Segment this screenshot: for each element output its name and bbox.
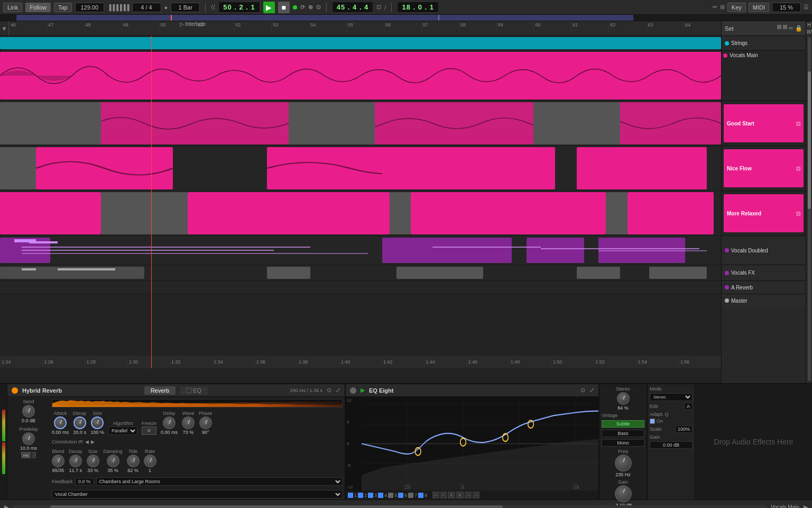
band-3-btn[interactable]: 3	[368, 493, 377, 498]
scale-value[interactable]: 100%	[675, 425, 693, 433]
sync-button[interactable]: 𝅘𝅥	[32, 452, 36, 458]
decay-knob[interactable]	[73, 416, 86, 429]
position3-display[interactable]: 18 . 0 . 1	[397, 2, 439, 13]
filter-peak[interactable]: ∧	[448, 492, 455, 498]
filter-lo-shelf[interactable]: ¬	[465, 492, 472, 498]
key-button[interactable]: Key	[727, 3, 746, 12]
vocals4-block1[interactable]	[0, 192, 101, 234]
vocals3-block1[interactable]	[36, 147, 173, 189]
vocals2-gray1[interactable]	[0, 102, 101, 144]
vocals3-block4[interactable]	[426, 147, 556, 189]
filter-lo-cut[interactable]: ⌐	[432, 492, 439, 498]
attack-knob[interactable]	[54, 416, 67, 429]
strings-clip[interactable]	[0, 37, 721, 49]
eq-power-btn[interactable]	[350, 387, 356, 394]
feedback-value[interactable]: 0.0 %	[75, 478, 94, 485]
gain-knob[interactable]	[615, 485, 632, 502]
vintage-value[interactable]: Subtle	[602, 420, 644, 428]
vocals2-gray2[interactable]	[289, 102, 375, 144]
click-icon[interactable]: ⊙	[316, 4, 321, 11]
bottom-scroll[interactable]	[13, 505, 767, 509]
band-1-btn[interactable]: 1	[348, 493, 357, 498]
eq-check[interactable]	[186, 388, 191, 393]
vfx-clip5[interactable]	[649, 267, 707, 279]
vocals4-gray3[interactable]	[606, 192, 628, 234]
filter-hi-cut[interactable]: ¬	[473, 492, 479, 498]
phase-knob[interactable]	[199, 416, 212, 429]
zoom-display[interactable]: 15 %	[772, 3, 801, 12]
freq-knob[interactable]	[615, 455, 632, 471]
prev-icon[interactable]: ⟨⟨	[211, 4, 215, 11]
menu-icon[interactable]: ☰	[804, 4, 809, 11]
vocals4-block4[interactable]	[411, 192, 605, 234]
scene-good-start[interactable]: Good Start ⊡	[722, 101, 806, 146]
decay2-knob[interactable]	[69, 455, 82, 467]
vocals-main-clip-full[interactable]	[0, 52, 721, 99]
vocals4-gray2[interactable]	[390, 192, 411, 234]
timeline-ruler[interactable]: ▼ ▷ Interlude 46 47 48 49 50 51	[0, 21, 721, 36]
ir-rooms-select[interactable]: Chambers and Large Rooms	[96, 477, 343, 486]
play-button[interactable]: ▶	[263, 2, 275, 13]
scroll-w[interactable]: W	[807, 29, 811, 35]
freeze-btn[interactable]: ❄	[142, 427, 156, 435]
mode-select[interactable]: Stereo L/R M/S	[650, 393, 693, 401]
follow-button[interactable]: Follow	[25, 3, 51, 12]
stereo-knob[interactable]	[617, 392, 630, 405]
reverb-power-btn[interactable]	[12, 387, 18, 394]
vocals3-gray[interactable]	[0, 147, 36, 189]
vfx-clip3[interactable]	[396, 267, 483, 279]
scene-lock[interactable]: 🔒	[795, 25, 802, 32]
ms-button[interactable]: ms	[21, 452, 31, 458]
eq-play-icon[interactable]: ▶	[361, 387, 365, 394]
band-7-btn[interactable]: 7	[408, 493, 417, 498]
edit-value[interactable]: A	[684, 403, 693, 410]
position-display[interactable]: 50 . 2 . 1	[218, 2, 260, 13]
vfx-clip4[interactable]	[577, 267, 620, 279]
bpm-display[interactable]: 129.00	[75, 3, 104, 12]
band-8-btn[interactable]: 8	[418, 493, 427, 498]
bass-value[interactable]: Mono	[602, 439, 644, 447]
band-5-btn[interactable]: 5	[388, 493, 397, 498]
scene-good-start-block[interactable]: Good Start ⊡	[724, 104, 804, 142]
link-button[interactable]: Link	[3, 3, 22, 12]
reverb-resize-icon[interactable]: ⤢	[336, 387, 340, 394]
vocals2-gray3[interactable]	[533, 102, 620, 144]
vocals4-block5[interactable]	[628, 192, 714, 234]
position2-display[interactable]: 45 . 4 . 4	[332, 2, 374, 13]
scene-more-relaxed[interactable]: More Relaxed ⊡	[722, 191, 806, 236]
scene-nice-flow[interactable]: Nice Flow ⊡	[722, 146, 806, 191]
filter-hi-shelf[interactable]: ⌐	[440, 492, 447, 498]
ir-left-btn[interactable]: ◀	[85, 439, 89, 444]
bottom-scroll-thumb[interactable]	[50, 505, 503, 509]
size2-knob[interactable]	[87, 455, 99, 467]
tap-button[interactable]: Tap	[54, 3, 72, 12]
blend-knob[interactable]	[52, 455, 64, 467]
vd-clip2[interactable]	[382, 238, 512, 263]
ruler-collapse[interactable]: ▼	[0, 25, 8, 32]
delay-knob[interactable]	[163, 416, 176, 429]
filter-notch[interactable]: ∨	[456, 492, 464, 498]
drop-zone[interactable]: Drop Audio Effects Here	[695, 384, 812, 500]
vocals3-block5[interactable]	[577, 147, 707, 189]
midi-button[interactable]: MIDI	[749, 3, 769, 12]
band-4-btn[interactable]: 4	[378, 493, 387, 498]
algorithm-select[interactable]: Parallel Series	[108, 427, 137, 435]
vocals4-block3[interactable]	[260, 192, 390, 234]
gain2-value[interactable]: 0.00 dB	[650, 441, 693, 449]
tide-knob[interactable]	[127, 455, 140, 467]
vscroll-thumb[interactable]	[808, 71, 811, 209]
vd-clip3[interactable]	[527, 238, 584, 263]
mini-timeline[interactable]	[0, 15, 812, 21]
reverb-tab-reverb[interactable]: Reverb	[144, 386, 176, 395]
loop-icon[interactable]: ⟳	[300, 4, 305, 11]
vfx-clip2[interactable]	[267, 267, 310, 279]
size-knob[interactable]	[91, 416, 104, 429]
scroll-up[interactable]: H	[807, 22, 811, 28]
right-scrollbar[interactable]: H W	[806, 21, 812, 383]
band-6-btn[interactable]: 6	[398, 493, 407, 498]
wave-knob[interactable]	[182, 416, 195, 429]
time-sig-display[interactable]: 4 / 4	[132, 3, 161, 12]
band-2-btn[interactable]: 2	[358, 493, 367, 498]
stop-button[interactable]: ■	[278, 2, 290, 13]
predelay-knob[interactable]	[22, 432, 35, 445]
